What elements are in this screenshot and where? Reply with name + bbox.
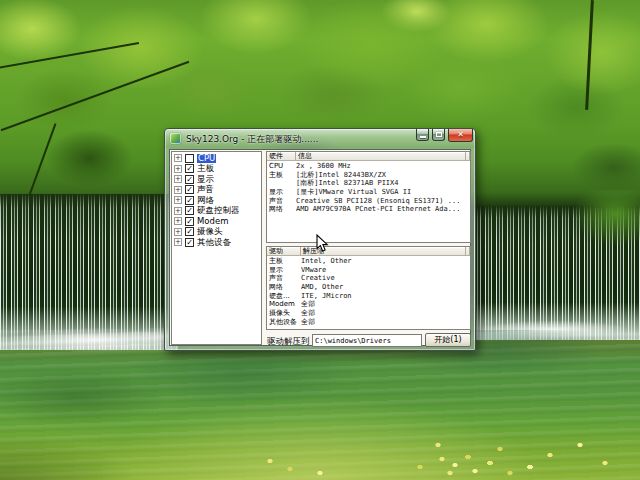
wallpaper-floating-petals: [180, 415, 620, 477]
tree-item-cpu[interactable]: + CPU: [172, 153, 261, 164]
table-row[interactable]: CPU2x , 3600 MHz: [267, 162, 470, 171]
close-icon: ✕: [457, 131, 464, 139]
table-row[interactable]: 硬盘...ITE, JMicron: [267, 292, 470, 301]
row-value: Creative SB PCI128 (Ensoniq ES1371) ...: [296, 197, 470, 206]
row-name: 主板: [267, 171, 296, 180]
maximize-button[interactable]: [432, 129, 445, 141]
hardware-rows: CPU2x , 3600 MHz 主板[北桥]Intel 82443BX/ZX …: [267, 161, 470, 214]
header-driver[interactable]: 驱动: [267, 247, 301, 256]
checkbox-mainboard[interactable]: ✓: [185, 164, 194, 173]
table-row[interactable]: 摄像头全部: [267, 309, 470, 318]
tree-item-label[interactable]: 声音: [197, 185, 214, 194]
tree-item-label[interactable]: Modem: [197, 217, 228, 226]
tree-item-other-devices[interactable]: + ✓ 其他设备: [172, 237, 261, 248]
header-filler: [466, 247, 470, 256]
start-button[interactable]: 开始(1): [425, 333, 471, 347]
tree-item-disk-controller[interactable]: + ✓ 硬盘控制器: [172, 206, 261, 217]
checkbox-display[interactable]: ✓: [185, 175, 194, 184]
tree-item-display[interactable]: + ✓ 显示: [172, 174, 261, 185]
close-button[interactable]: ✕: [448, 129, 473, 142]
tree-item-label[interactable]: 显示: [197, 175, 214, 184]
tree-item-label[interactable]: 网络: [197, 196, 214, 205]
table-row[interactable]: 声音Creative SB PCI128 (Ensoniq ES1371) ..…: [267, 197, 470, 206]
row-value: [北桥]Intel 82443BX/ZX: [296, 171, 470, 180]
row-name: Modem: [267, 300, 301, 309]
header-info[interactable]: 信息: [296, 152, 466, 161]
table-row[interactable]: 显示[显卡]VMware Virtual SVGA II: [267, 188, 470, 197]
row-value: ITE, JMicron: [301, 292, 470, 301]
checkbox-cpu[interactable]: [185, 154, 194, 163]
checkbox-sound[interactable]: ✓: [185, 185, 194, 194]
row-name: CPU: [267, 162, 296, 171]
row-name: 网络: [267, 283, 301, 292]
tree-item-sound[interactable]: + ✓ 声音: [172, 185, 261, 196]
window-titlebar[interactable]: Sky123.Org - 正在部署驱动...... ✕: [165, 129, 475, 149]
checkbox-disk-controller[interactable]: ✓: [185, 206, 194, 215]
row-value: Intel, Other: [301, 257, 470, 266]
header-filler: [466, 152, 470, 161]
expand-icon[interactable]: +: [174, 165, 182, 173]
tree-item-label[interactable]: 硬盘控制器: [197, 206, 240, 215]
window-title: Sky123.Org - 正在部署驱动......: [186, 133, 318, 146]
expand-icon[interactable]: +: [174, 207, 182, 215]
extract-to-label: 驱动解压到: [267, 336, 310, 348]
table-row[interactable]: 显示VMware: [267, 266, 470, 275]
desktop: Sky123.Org - 正在部署驱动...... ✕ + CPU + ✓ 主板: [0, 0, 640, 480]
tree-item-network[interactable]: + ✓ 网络: [172, 195, 261, 206]
minimize-icon: [420, 136, 426, 138]
row-value: [南桥]Intel 82371AB PIIX4: [296, 179, 470, 188]
row-value: [显卡]VMware Virtual SVGA II: [296, 188, 470, 197]
tree-item-label[interactable]: 摄像头: [197, 227, 223, 236]
tree-item-modem[interactable]: + ✓ Modem: [172, 216, 261, 227]
extract-path-input[interactable]: [312, 334, 422, 347]
window-controls: ✕: [416, 129, 473, 142]
checkbox-modem[interactable]: ✓: [185, 217, 194, 226]
app-icon: [170, 133, 181, 144]
checkbox-camera[interactable]: ✓: [185, 227, 194, 236]
table-row[interactable]: [南桥]Intel 82371AB PIIX4: [267, 179, 470, 188]
expand-icon[interactable]: +: [174, 186, 182, 194]
driver-table-header: 驱动 解压缩: [267, 247, 470, 256]
driver-extract-panel: 驱动 解压缩 主板Intel, Other 显示VMware 声音Creativ…: [266, 246, 471, 330]
tree-item-camera[interactable]: + ✓ 摄像头: [172, 227, 261, 238]
table-row[interactable]: 网络AMD, Other: [267, 283, 470, 292]
expand-icon[interactable]: +: [174, 217, 182, 225]
row-value: 全部: [301, 300, 470, 309]
expand-icon[interactable]: +: [174, 154, 182, 162]
row-name: 其他设备: [267, 318, 301, 327]
table-row[interactable]: 其他设备全部: [267, 318, 470, 327]
expand-icon[interactable]: +: [174, 196, 182, 204]
row-value: 全部: [301, 318, 470, 327]
mouse-cursor-icon: [316, 234, 329, 253]
driver-rows: 主板Intel, Other 显示VMware 声音Creative 网络AMD…: [267, 256, 470, 327]
tree-item-label[interactable]: CPU: [197, 154, 216, 163]
row-value: AMD AM79C970A PCnet-PCI Ethernet Ada...: [296, 205, 470, 214]
tree-item-label[interactable]: 主板: [197, 164, 214, 173]
row-name: 网络: [267, 205, 296, 214]
expand-icon[interactable]: +: [174, 228, 182, 236]
checkbox-other-devices[interactable]: ✓: [185, 238, 194, 247]
checkbox-network[interactable]: ✓: [185, 196, 194, 205]
row-name: 声音: [267, 197, 296, 206]
device-tree: + CPU + ✓ 主板 + ✓ 显示 + ✓ 声音: [171, 151, 262, 345]
minimize-button[interactable]: [416, 129, 429, 141]
row-value: VMware: [301, 266, 470, 275]
table-row[interactable]: 主板Intel, Other: [267, 257, 470, 266]
tree-item-mainboard[interactable]: + ✓ 主板: [172, 164, 261, 175]
table-row[interactable]: 声音Creative: [267, 274, 470, 283]
row-name: 主板: [267, 257, 301, 266]
expand-icon[interactable]: +: [174, 175, 182, 183]
row-value: 全部: [301, 309, 470, 318]
tree-item-label[interactable]: 其他设备: [197, 238, 231, 247]
row-name: 显示: [267, 188, 296, 197]
maximize-icon: [436, 132, 442, 137]
row-name: 硬盘...: [267, 292, 301, 301]
wallpaper-foliage-overhang: [560, 190, 640, 270]
row-value: AMD, Other: [301, 283, 470, 292]
table-row[interactable]: Modem全部: [267, 300, 470, 309]
header-hardware[interactable]: 硬件: [267, 152, 296, 161]
row-value: Creative: [301, 274, 470, 283]
table-row[interactable]: 主板[北桥]Intel 82443BX/ZX: [267, 171, 470, 180]
table-row[interactable]: 网络AMD AM79C970A PCnet-PCI Ethernet Ada..…: [267, 205, 470, 214]
expand-icon[interactable]: +: [174, 238, 182, 246]
